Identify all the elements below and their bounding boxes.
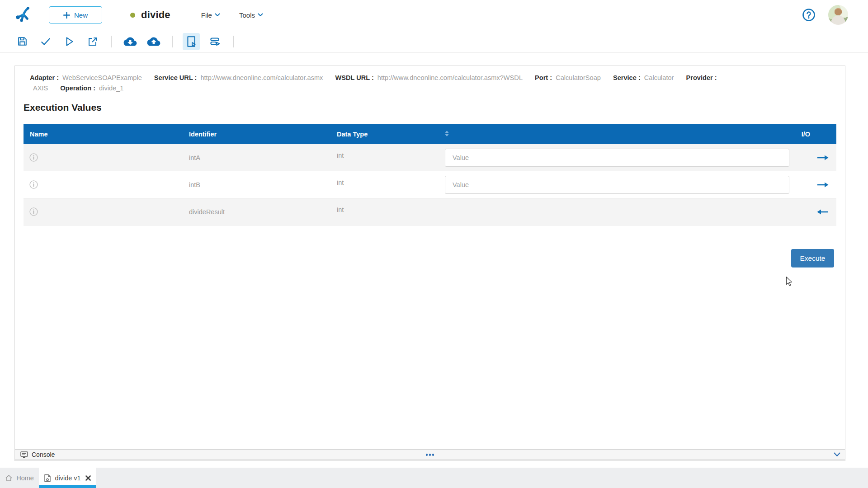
help-icon[interactable] [802, 8, 816, 22]
header-right [802, 5, 848, 25]
info-service: Service :Calculator [613, 74, 674, 81]
toolbar [0, 30, 868, 53]
chevron-down-icon [215, 13, 220, 17]
column-header-name[interactable]: Name [24, 131, 189, 138]
output-arrow-left-icon [816, 209, 829, 215]
menu-file[interactable]: File [201, 11, 220, 19]
info-icon[interactable] [29, 153, 38, 162]
sort-icon[interactable] [445, 131, 449, 136]
close-tab-icon[interactable] [85, 475, 91, 481]
menu-tools[interactable]: Tools [239, 11, 263, 19]
cell-data-type: int [337, 179, 445, 186]
tab-home-label: Home [16, 474, 34, 482]
taskbar: Home divide v1 [0, 468, 868, 488]
chevron-down-icon [258, 13, 263, 17]
column-header-data-type[interactable]: Data Type [337, 131, 445, 138]
info-icon[interactable] [29, 180, 38, 189]
plus-icon [63, 12, 70, 19]
new-button[interactable]: New [49, 6, 102, 23]
menu-bar: File Tools [201, 11, 263, 19]
console-collapse-icon[interactable] [834, 452, 840, 457]
table-row-intB: intB int [24, 171, 836, 198]
column-header-io[interactable]: I/O [789, 131, 836, 138]
info-port: Port :CalculatorSoap [535, 74, 601, 81]
execution-panel: Adapter :WebServiceSOAPExampleService UR… [14, 66, 845, 461]
console-drag-handle[interactable] [426, 454, 434, 456]
home-icon [5, 474, 13, 482]
run-document-icon[interactable] [183, 33, 200, 50]
app-header: New divide File Tools [0, 0, 868, 30]
service-info: Adapter :WebServiceSOAPExampleService UR… [15, 66, 845, 93]
toolbar-divider [172, 36, 173, 47]
run-queue-icon[interactable] [206, 33, 223, 50]
tab-home[interactable]: Home [0, 468, 39, 488]
info-icon[interactable] [29, 207, 38, 216]
value-input-intA[interactable] [445, 149, 789, 167]
info-provider-label: Provider : [686, 74, 717, 81]
linx-logo[interactable] [14, 5, 33, 24]
save-icon[interactable] [14, 33, 31, 50]
cell-data-type: int [337, 206, 445, 213]
column-header-identifier[interactable]: Identifier [189, 131, 337, 138]
input-arrow-right-icon [816, 182, 829, 188]
cell-data-type: int [337, 152, 445, 159]
cell-identifier: intB [189, 181, 337, 188]
document-gear-icon [44, 474, 51, 482]
menu-file-label: File [201, 11, 212, 19]
menu-tools-label: Tools [239, 11, 255, 19]
value-input-intB[interactable] [445, 176, 789, 194]
info-wsdl-url: WSDL URL :http://www.dneonline.com/calcu… [335, 74, 523, 81]
toolbar-divider [233, 36, 234, 47]
toolbar-divider [111, 36, 112, 47]
execute-button[interactable]: Execute [791, 249, 834, 267]
table-header-row: Name Identifier Data Type I/O [24, 124, 836, 144]
table-row-intA: intA int [24, 144, 836, 171]
mouse-cursor [786, 277, 793, 286]
column-header-value[interactable] [445, 131, 789, 138]
console-icon [20, 451, 28, 458]
cloud-upload-icon[interactable] [145, 33, 162, 50]
open-external-icon[interactable] [84, 33, 101, 50]
cloud-download-icon[interactable] [122, 33, 139, 50]
run-icon[interactable] [61, 33, 78, 50]
new-button-label: New [74, 11, 88, 19]
info-adapter: Adapter :WebServiceSOAPExample [30, 74, 142, 81]
project-title: divide [141, 9, 170, 21]
table-row-divideResult: divideResult int [24, 198, 836, 225]
project-status-dot [130, 13, 135, 18]
info-provider-value: AXIS [33, 84, 48, 92]
validate-icon[interactable] [37, 33, 54, 50]
info-service-url: Service URL :http://www.dneonline.com/ca… [154, 74, 323, 81]
input-arrow-right-icon [816, 155, 829, 161]
cell-identifier: divideResult [189, 208, 337, 216]
console-bar[interactable]: Console [15, 449, 845, 460]
tab-divide-v1[interactable]: divide v1 [39, 468, 96, 488]
execution-values-table: Name Identifier Data Type I/O intA [24, 124, 836, 225]
info-operation: Operation :divide_1 [60, 84, 123, 92]
cell-identifier: intA [189, 154, 337, 161]
user-avatar[interactable] [828, 5, 848, 25]
tab-divide-v1-label: divide v1 [55, 474, 80, 482]
console-label: Console [32, 451, 55, 458]
section-title: Execution Values [24, 102, 845, 113]
